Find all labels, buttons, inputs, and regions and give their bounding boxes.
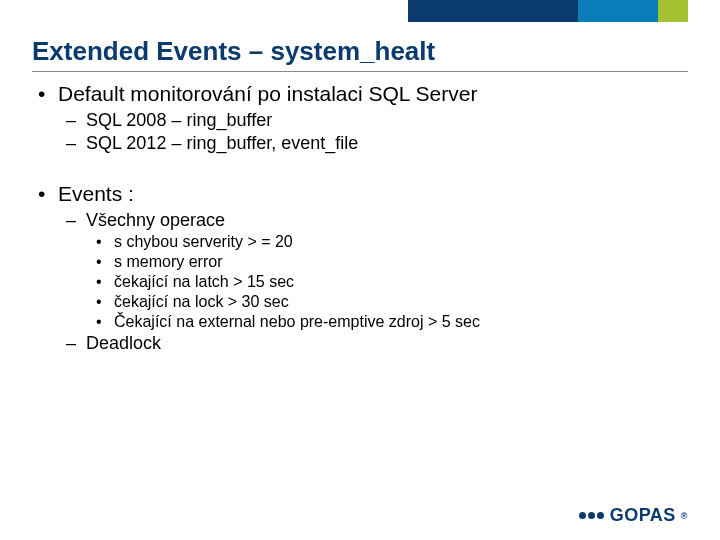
slide-title: Extended Events – system_healt xyxy=(32,36,688,67)
accent-bar-navy xyxy=(408,0,578,22)
slide-content: Extended Events – system_healt Default m… xyxy=(32,30,688,520)
subbullet-sql2008: SQL 2008 – ring_buffer xyxy=(58,110,688,131)
bullet-events: Events : Všechny operace s chybou server… xyxy=(32,182,688,354)
item-memory-error: s memory error xyxy=(86,253,688,271)
item-latch: čekající na latch > 15 sec xyxy=(86,273,688,291)
registered-mark-icon: ® xyxy=(681,511,688,521)
bullet-list-level1: Default monitorování po instalaci SQL Se… xyxy=(32,82,688,354)
bullet-list-level2: SQL 2008 – ring_buffer SQL 2012 – ring_b… xyxy=(58,110,688,154)
title-divider xyxy=(32,71,688,72)
bullet-default-monitoring: Default monitorování po instalaci SQL Se… xyxy=(32,82,688,154)
bullet-text: Default monitorování po instalaci SQL Se… xyxy=(58,82,477,105)
subbullet-sql2012: SQL 2012 – ring_buffer, event_file xyxy=(58,133,688,154)
bullet-list-level3: s chybou serverity > = 20 s memory error… xyxy=(86,233,688,331)
subbullet-deadlock: Deadlock xyxy=(58,333,688,354)
item-severity: s chybou serverity > = 20 xyxy=(86,233,688,251)
header-accent-bars xyxy=(408,0,688,22)
item-lock: čekající na lock > 30 sec xyxy=(86,293,688,311)
spacer xyxy=(32,158,688,178)
item-external: Čekající na external nebo pre-emptive zd… xyxy=(86,313,688,331)
accent-bar-blue xyxy=(578,0,658,22)
subbullet-text: Všechny operace xyxy=(86,210,225,230)
brand-name: GOPAS xyxy=(610,505,676,526)
bullet-list-level2: Všechny operace s chybou serverity > = 2… xyxy=(58,210,688,354)
bullet-text: Events : xyxy=(58,182,134,205)
subbullet-all-operations: Všechny operace s chybou serverity > = 2… xyxy=(58,210,688,331)
accent-bar-green xyxy=(658,0,688,22)
logo-dots-icon xyxy=(579,512,604,519)
brand-logo: GOPAS ® xyxy=(579,505,688,526)
